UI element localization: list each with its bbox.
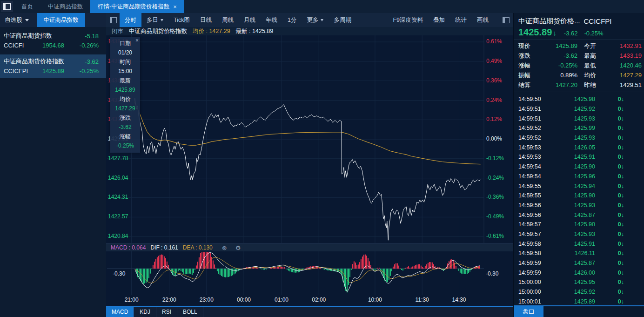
toolbar-button-多周期[interactable]: 多周期 — [329, 13, 356, 27]
chart-main-area: 分时多日Tick图日线周线月线年线1分更多多周期 F9深度资料叠加统计画线 闭市… — [106, 13, 513, 317]
pankou-tab-button[interactable]: 盘口 — [514, 306, 543, 317]
indicator-tab-RSI[interactable]: RSI — [156, 307, 177, 317]
watchlist-item[interactable]: 中证商品期货指数-5.18CCICFI1954.68-0.26% — [0, 29, 106, 53]
trade-row[interactable]: 14:59:501425.980↓ — [514, 94, 644, 104]
trade-volume: 0↓ — [595, 106, 624, 112]
toolbar-button-更多[interactable]: 更多 — [302, 13, 329, 27]
quote-list: 中证商品期货指数-5.18CCICFI1954.68-0.26%中证商品期货价格… — [0, 29, 106, 78]
change-value: -5.18 — [69, 33, 99, 40]
down-arrow-icon: ↓ — [621, 163, 624, 170]
trade-row[interactable]: 14:59:531425.910↓ — [514, 152, 644, 162]
toolbar-button-多日[interactable]: 多日 — [141, 13, 168, 27]
trade-row[interactable]: 15:00:011425.890↓ — [514, 297, 644, 306]
toolbar-link-F9深度资料[interactable]: F9深度资料 — [393, 16, 423, 24]
stat-label: 今开 — [584, 42, 603, 50]
close-indicator-icon[interactable]: ⊗ — [222, 244, 227, 251]
trade-time: 15:00:01 — [518, 298, 547, 305]
indicator-tab-MACD[interactable]: MACD — [106, 307, 134, 317]
trade-price: 1425.92 — [547, 289, 595, 295]
stats-row: 结算1427.20昨结1429.51 — [518, 80, 642, 90]
trade-row[interactable]: 14:59:541425.900↓ — [514, 162, 644, 172]
trade-time: 14:59:58 — [518, 241, 547, 247]
down-arrow-icon: ↓ — [621, 183, 624, 189]
tick-trade-list[interactable]: 14:59:501425.980↓14:59:511425.920↓14:59:… — [514, 94, 644, 306]
down-arrow-icon: ↓ — [621, 173, 624, 180]
trade-row[interactable]: 14:59:521425.990↓ — [514, 123, 644, 133]
instrument-name: 中证商品期货价格指数 — [129, 27, 187, 35]
toolbar-button-月线[interactable]: 月线 — [239, 13, 261, 27]
trade-row[interactable]: 14:59:521425.930↓ — [514, 133, 644, 143]
down-arrow-icon: ↓ — [621, 125, 624, 131]
macd-header: MACD : 0.064DIF : 0.161DEA : 0.130 ⊗ ⚙ — [106, 243, 513, 252]
toolbar-button-1分[interactable]: 1分 — [282, 13, 302, 27]
toolbar-button-年线[interactable]: 年线 — [261, 13, 282, 27]
top-tab-3[interactable]: 行情-中证商品期货价格指数× — [90, 0, 184, 13]
trade-row[interactable]: 14:59:511425.920↓ — [514, 104, 644, 114]
trade-time: 14:59:59 — [518, 260, 547, 266]
down-arrow-icon: ↓ — [621, 135, 624, 141]
toolbar-button-label: 月线 — [244, 16, 255, 24]
trade-row[interactable]: 14:59:591426.000↓ — [514, 268, 644, 277]
toolbar-link-统计[interactable]: 统计 — [455, 16, 467, 24]
top-tab-2[interactable]: 中证商品指数 — [40, 0, 90, 13]
trade-row[interactable]: 14:59:551425.940↓ — [514, 181, 644, 191]
indicator-settings-gear-icon[interactable]: ⚙ — [235, 244, 241, 251]
instrument-code: CCICFPI — [4, 67, 40, 74]
toolbar-button-日线[interactable]: 日线 — [195, 13, 217, 27]
indicator-tab-BOLL[interactable]: BOLL — [177, 307, 203, 317]
watchlist-group-dropdown[interactable]: 自选股 — [0, 13, 33, 27]
market-status: 闭市 — [112, 27, 123, 35]
trade-row[interactable]: 14:59:511425.930↓ — [514, 114, 644, 123]
down-arrow-icon: ↓ — [621, 221, 624, 228]
toolbar-button-Tick图[interactable]: Tick图 — [168, 13, 195, 27]
trade-row[interactable]: 14:59:531426.050↓ — [514, 142, 644, 152]
trade-volume: 0↓ — [595, 183, 624, 189]
trade-row[interactable]: 14:59:571425.930↓ — [514, 229, 644, 239]
down-arrow-icon: ↓ — [621, 115, 624, 122]
trade-row[interactable]: 15:00:001425.920↓ — [514, 287, 644, 297]
trade-row[interactable]: 14:59:571425.900↓ — [514, 220, 644, 229]
trade-row[interactable]: 14:59:551425.900↓ — [514, 191, 644, 201]
watchlist-group-label: 自选股 — [5, 16, 22, 24]
trade-price: 1425.89 — [547, 298, 595, 305]
close-icon[interactable]: × — [135, 38, 139, 43]
toolbar-button-分时[interactable]: 分时 — [120, 13, 141, 27]
stat-value: 1427.20 — [537, 81, 577, 88]
watchlist-item[interactable]: 中证商品期货价格指数-3.62CCICFPI1425.89-0.25% — [0, 54, 106, 78]
trade-row[interactable]: 14:59:581426.110↓ — [514, 249, 644, 258]
sidebar-toggle-button[interactable] — [1, 1, 13, 12]
trade-row[interactable]: 14:59:581425.910↓ — [514, 239, 644, 249]
intraday-price-chart[interactable] — [106, 35, 513, 243]
stat-label: 涨跌 — [518, 52, 537, 60]
collapse-right-panel-icon[interactable] — [503, 17, 510, 23]
quote-stats-grid: 现价1425.89今开1432.91涨跌-3.62最高1433.19涨幅-0.2… — [514, 40, 644, 92]
trade-row[interactable]: 14:59:541425.960↓ — [514, 172, 644, 182]
stat-label: 昨结 — [584, 81, 603, 89]
macd-indicator-chart[interactable] — [106, 251, 513, 295]
trade-row[interactable]: 14:59:591425.870↓ — [514, 258, 644, 268]
top-tab-label: 中证商品指数 — [48, 3, 83, 11]
quote-price-row: 1425.89 ↓ -3.62 -0.25% — [514, 27, 644, 40]
trade-row[interactable]: 15:00:001425.950↓ — [514, 277, 644, 287]
collapse-left-panel-icon[interactable] — [110, 17, 117, 23]
stat-label: 均价 — [584, 71, 603, 80]
trade-row[interactable]: 14:59:561425.870↓ — [514, 210, 644, 220]
trade-time: 14:59:52 — [518, 125, 547, 131]
trade-volume: 0↓ — [595, 241, 624, 247]
time-axis-label: 11:30 — [416, 297, 429, 303]
toolbar-link-画线[interactable]: 画线 — [477, 16, 489, 24]
trade-volume: 0↓ — [595, 260, 624, 266]
trade-price: 1425.87 — [547, 212, 595, 218]
stat-value: 1427.29 — [603, 72, 642, 79]
trade-price: 1425.96 — [547, 173, 595, 180]
close-icon[interactable]: × — [173, 3, 177, 10]
trade-volume: 0↓ — [595, 298, 624, 305]
trade-volume: 0↓ — [595, 202, 624, 209]
chevron-down-icon — [161, 19, 163, 21]
toolbar-link-叠加[interactable]: 叠加 — [433, 16, 445, 24]
top-tab-1[interactable]: 首页 — [14, 0, 40, 13]
watchlist-tab-active[interactable]: 中证商品指数 — [37, 13, 85, 27]
trade-row[interactable]: 14:59:561425.930↓ — [514, 201, 644, 210]
indicator-tab-KDJ[interactable]: KDJ — [134, 307, 156, 317]
toolbar-button-周线[interactable]: 周线 — [217, 13, 239, 27]
